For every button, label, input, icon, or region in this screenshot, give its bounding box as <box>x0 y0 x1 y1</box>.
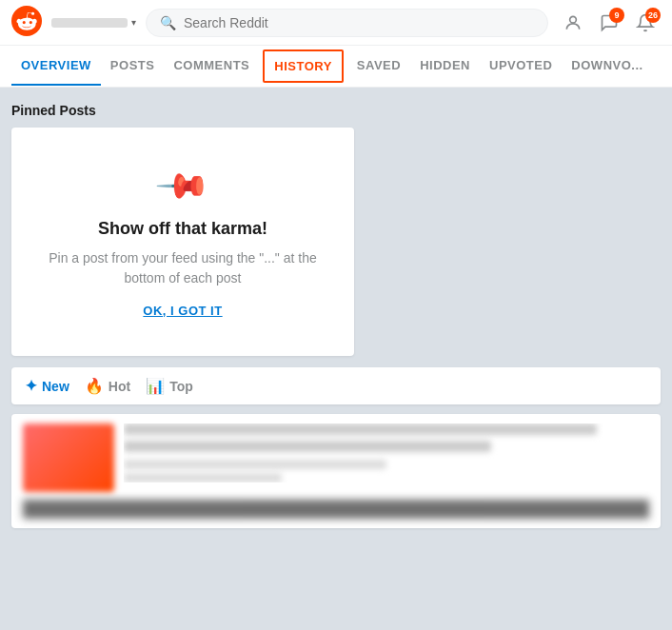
tab-posts[interactable]: POSTS <box>101 47 165 86</box>
sort-new-label: New <box>42 379 69 394</box>
chat-button[interactable]: 9 <box>594 8 624 38</box>
post-content <box>124 423 649 482</box>
header: ▾ 🔍 9 26 <box>0 0 672 46</box>
sort-top[interactable]: 📊 Top <box>146 377 193 395</box>
new-icon: ✦ <box>25 377 37 395</box>
username-text <box>51 18 128 28</box>
post-title-line2 <box>124 441 491 452</box>
tab-upvoted[interactable]: UPVOTED <box>480 47 562 86</box>
sort-bar: ✦ New 🔥 Hot 📊 Top <box>11 367 661 404</box>
sort-top-label: Top <box>169 379 193 394</box>
ok-got-it-link[interactable]: OK, I GOT IT <box>143 304 222 318</box>
sort-hot[interactable]: 🔥 Hot <box>85 377 130 395</box>
pinned-posts-title: Pinned Posts <box>11 103 661 118</box>
pinned-card-description: Pin a post from your feed using the "...… <box>30 248 335 288</box>
tab-downvoted[interactable]: DOWNVO... <box>562 47 652 86</box>
tab-overview[interactable]: OVERVIEW <box>11 47 101 86</box>
username-dropdown[interactable]: ▾ <box>51 17 136 28</box>
tab-comments[interactable]: COMMENTS <box>164 47 259 86</box>
post-meta-line2 <box>124 473 282 482</box>
sort-hot-label: Hot <box>109 379 130 394</box>
search-bar[interactable]: 🔍 <box>146 9 548 37</box>
nav-tabs: OVERVIEW POSTS COMMENTS HISTORY SAVED HI… <box>0 46 672 88</box>
post-title-line1 <box>124 423 597 435</box>
notification-badge: 26 <box>645 8 661 23</box>
chat-badge: 9 <box>609 8 624 23</box>
post-card[interactable] <box>11 414 661 528</box>
pinned-post-card: 📌 Show off that karma! Pin a post from y… <box>11 128 354 356</box>
top-icon: 📊 <box>146 377 165 395</box>
pin-icon: 📌 <box>153 156 212 215</box>
main-content: Pinned Posts 📌 Show off that karma! Pin … <box>0 88 672 543</box>
notification-button[interactable]: 26 <box>630 8 661 38</box>
profile-button[interactable] <box>558 8 588 38</box>
post-card-inner <box>23 423 649 492</box>
pinned-card-heading: Show off that karma! <box>98 219 267 239</box>
reddit-logo <box>11 6 42 40</box>
header-icons: 9 26 <box>558 8 661 38</box>
hot-icon: 🔥 <box>85 377 104 395</box>
tab-hidden[interactable]: HIDDEN <box>410 47 480 86</box>
sort-new[interactable]: ✦ New <box>25 377 69 395</box>
post-bottom-bar <box>23 500 649 519</box>
search-icon: 🔍 <box>160 15 176 30</box>
tab-saved[interactable]: SAVED <box>347 47 410 86</box>
chevron-down-icon: ▾ <box>131 17 136 28</box>
post-thumbnail <box>23 423 114 492</box>
svg-point-1 <box>570 16 577 23</box>
tab-history[interactable]: HISTORY <box>263 49 344 83</box>
post-meta-line1 <box>124 460 386 469</box>
search-input[interactable] <box>184 15 534 30</box>
